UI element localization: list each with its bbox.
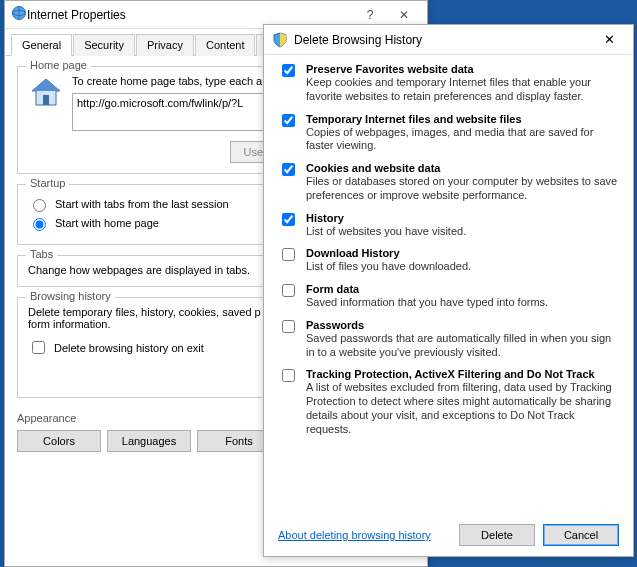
dbh-checkbox-0[interactable] (282, 64, 295, 77)
dbh-cancel-button[interactable]: Cancel (543, 524, 619, 546)
homepage-legend: Home page (26, 59, 91, 71)
dbh-item-desc: Keep cookies and temporary Internet file… (306, 76, 619, 104)
dbh-item-7: Tracking Protection, ActiveX Filtering a… (278, 368, 619, 436)
delete-on-exit-label: Delete browsing history on exit (54, 342, 204, 354)
dbh-checkbox-7[interactable] (282, 369, 295, 382)
dbh-items-list: Preserve Favorites website dataKeep cook… (264, 55, 633, 445)
svg-rect-5 (43, 95, 49, 105)
radio-home-page[interactable] (33, 218, 46, 231)
dbh-checkbox-1[interactable] (282, 114, 295, 127)
dbh-item-desc: A list of websites excluded from filteri… (306, 381, 619, 436)
help-button[interactable]: ? (353, 4, 387, 26)
dbh-item-label: History (306, 212, 466, 224)
history-legend: Browsing history (26, 290, 115, 302)
dbh-item-label: Temporary Internet files and website fil… (306, 113, 619, 125)
dbh-checkbox-2[interactable] (282, 163, 295, 176)
dbh-titlebar: Delete Browsing History ✕ (264, 25, 633, 55)
delete-browsing-history-window: Delete Browsing History ✕ Preserve Favor… (263, 24, 634, 557)
dbh-item-label: Tracking Protection, ActiveX Filtering a… (306, 368, 619, 380)
dbh-item-label: Cookies and website data (306, 162, 619, 174)
ip-title: Internet Properties (27, 8, 353, 22)
tab-general[interactable]: General (11, 34, 72, 56)
dbh-checkbox-6[interactable] (282, 320, 295, 333)
dbh-footer: About deleting browsing history Delete C… (278, 524, 619, 546)
house-icon (28, 75, 64, 111)
appearance-legend: Appearance (17, 412, 76, 424)
dbh-item-label: Preserve Favorites website data (306, 63, 619, 75)
startup-home-label: Start with home page (55, 217, 159, 229)
dbh-item-label: Download History (306, 247, 471, 259)
dbh-checkbox-3[interactable] (282, 213, 295, 226)
languages-button[interactable]: Languages (107, 430, 191, 452)
svg-marker-4 (32, 79, 60, 91)
startup-last-label: Start with tabs from the last session (55, 198, 229, 210)
dbh-item-2: Cookies and website dataFiles or databas… (278, 162, 619, 203)
dbh-item-0: Preserve Favorites website dataKeep cook… (278, 63, 619, 104)
dbh-item-label: Passwords (306, 319, 619, 331)
dbh-checkbox-5[interactable] (282, 284, 295, 297)
dbh-item-desc: List of files you have downloaded. (306, 260, 471, 274)
dbh-item-desc: Copies of webpages, images, and media th… (306, 126, 619, 154)
globe-icon (11, 5, 27, 24)
radio-last-session[interactable] (33, 199, 46, 212)
dbh-item-4: Download HistoryList of files you have d… (278, 247, 619, 274)
about-deleting-link[interactable]: About deleting browsing history (278, 529, 431, 541)
dbh-item-desc: Saved passwords that are automatically f… (306, 332, 619, 360)
dbh-item-label: Form data (306, 283, 548, 295)
dbh-item-1: Temporary Internet files and website fil… (278, 113, 619, 154)
dbh-item-desc: List of websites you have visited. (306, 225, 466, 239)
dbh-checkbox-4[interactable] (282, 248, 295, 261)
tabs-legend: Tabs (26, 248, 57, 260)
tab-security[interactable]: Security (73, 34, 135, 56)
shield-icon (272, 32, 288, 48)
delete-on-exit-checkbox[interactable] (32, 341, 45, 354)
dbh-item-desc: Saved information that you have typed in… (306, 296, 548, 310)
tab-content[interactable]: Content (195, 34, 256, 56)
startup-legend: Startup (26, 177, 69, 189)
dbh-delete-button[interactable]: Delete (459, 524, 535, 546)
dbh-item-3: HistoryList of websites you have visited… (278, 212, 619, 239)
dbh-item-6: PasswordsSaved passwords that are automa… (278, 319, 619, 360)
dbh-title: Delete Browsing History (294, 33, 589, 47)
dbh-close-button[interactable]: ✕ (589, 28, 629, 52)
dbh-item-desc: Files or databases stored on your comput… (306, 175, 619, 203)
dbh-item-5: Form dataSaved information that you have… (278, 283, 619, 310)
tab-privacy[interactable]: Privacy (136, 34, 194, 56)
colors-button[interactable]: Colors (17, 430, 101, 452)
close-button[interactable]: ✕ (387, 4, 421, 26)
